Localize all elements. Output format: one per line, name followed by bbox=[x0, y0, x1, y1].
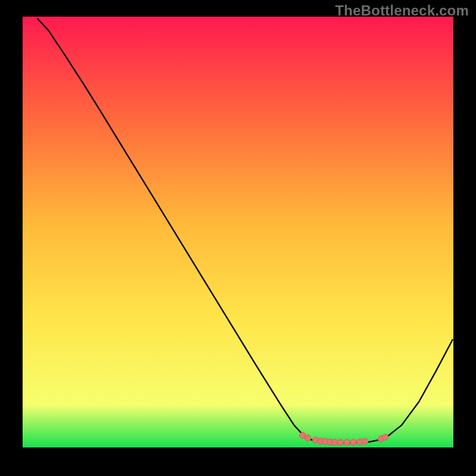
marker-dot bbox=[332, 439, 338, 445]
watermark-text: TheBottleneck.com bbox=[335, 2, 469, 19]
marker-dot bbox=[337, 439, 343, 445]
chart-svg bbox=[23, 17, 453, 447]
marker-dot bbox=[362, 439, 368, 444]
marker-dot bbox=[305, 435, 311, 441]
marker-dot bbox=[382, 434, 388, 440]
gradient-background bbox=[23, 17, 453, 447]
marker-dot bbox=[344, 439, 350, 445]
marker-dot bbox=[350, 439, 356, 445]
chart-frame: TheBottleneck.com bbox=[0, 0, 476, 476]
plot-area bbox=[23, 17, 453, 447]
